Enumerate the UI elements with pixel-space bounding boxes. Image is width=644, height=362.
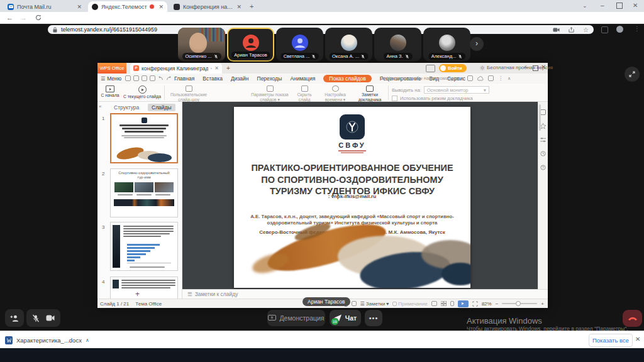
more-options-icon[interactable]: ⋮ xyxy=(498,75,503,81)
custom-slideshow-button[interactable]: Пользовательские слайд-шоу xyxy=(168,85,209,102)
wps-document-tab[interactable]: P конференция Калининград ▫ ✕ xyxy=(130,63,222,74)
outline-tab[interactable]: Структура xyxy=(114,104,139,111)
reload-button[interactable] xyxy=(35,14,42,21)
back-button[interactable]: ← xyxy=(6,14,13,21)
ribbon-tab-home[interactable]: Главная xyxy=(174,75,194,82)
history-icon[interactable] xyxy=(540,151,546,156)
mic-muted-button[interactable] xyxy=(32,314,40,322)
download-expand-icon[interactable]: ∧ xyxy=(86,337,89,343)
slide-canvas[interactable]: СВФУ ПРАКТИКО-ОРИЕНТИРОВАННОЕ ОБУЧЕНИЕ П… xyxy=(234,107,470,288)
more-actions-button[interactable]: ••• xyxy=(365,310,382,326)
wps-minimize-button[interactable]: – xyxy=(524,63,528,70)
show-all-downloads-button[interactable]: Показать все xyxy=(589,334,633,347)
hide-slide-button[interactable]: Скрыть слайд xyxy=(292,85,316,102)
tab-pin-icon[interactable]: ▫ xyxy=(211,66,212,70)
from-beginning-button[interactable]: С начала xyxy=(100,85,120,98)
tab-close-icon[interactable]: ✕ xyxy=(234,4,242,10)
download-item[interactable]: Характеристика_...docx ∧ xyxy=(5,334,89,346)
slide-sorter-icon[interactable] xyxy=(441,301,447,306)
open-icon[interactable] xyxy=(125,75,131,81)
participant-tile[interactable]: Светлана ... xyxy=(276,28,323,62)
window-restore-button[interactable] xyxy=(616,3,623,9)
window-close-button[interactable]: ✕ xyxy=(633,2,638,9)
slide-thumbnail-4[interactable] xyxy=(110,277,178,299)
forward-button[interactable]: → xyxy=(20,14,27,21)
wps-menu-button[interactable]: ☰ Меню xyxy=(101,75,121,82)
next-participants-button[interactable]: › xyxy=(470,37,484,51)
presenter-mode-checkbox[interactable] xyxy=(392,96,397,101)
zoom-percent[interactable]: 82% xyxy=(482,301,492,307)
slide-thumbnail-3[interactable] xyxy=(110,222,178,271)
preview-icon[interactable] xyxy=(150,75,155,81)
slides-tab[interactable]: Слайды xyxy=(148,104,175,111)
wps-new-tab-button[interactable]: + xyxy=(226,65,230,72)
comment-button[interactable]: Примечание xyxy=(392,301,427,307)
slide-thumbnail-1[interactable] xyxy=(110,113,178,163)
share-icon[interactable] xyxy=(569,27,574,33)
redo-icon[interactable] xyxy=(166,75,172,81)
ribbon-tab-transitions[interactable]: Переходы xyxy=(257,75,282,82)
canvas-scrollbar[interactable] xyxy=(539,104,541,131)
help-icon[interactable] xyxy=(540,165,546,170)
camera-button[interactable] xyxy=(46,315,55,321)
ribbon-tab-design[interactable]: Дизайн xyxy=(231,75,249,82)
monitor-select[interactable]: Основной монитор▾ xyxy=(424,86,489,94)
side-panel-icon[interactable] xyxy=(601,26,608,33)
bookmark-star-icon[interactable]: ☆ xyxy=(583,26,589,33)
slide-layout-icon[interactable] xyxy=(540,109,546,115)
tab-conference[interactable]: Конференция научного собра... ✕ xyxy=(170,1,245,12)
theme-name[interactable]: Тема Office xyxy=(135,301,162,307)
wps-restore-button[interactable] xyxy=(533,65,538,71)
document-close-icon[interactable]: ✕ xyxy=(214,65,219,71)
normal-view-icon[interactable] xyxy=(431,301,437,306)
zoom-out-button[interactable]: − xyxy=(496,301,499,307)
layout-switch-icon[interactable] xyxy=(426,65,435,72)
command-search[interactable]: Нажмите, чтобы найти команды xyxy=(380,75,457,81)
hangup-button[interactable] xyxy=(623,310,642,327)
participant-tile-video[interactable]: Осипенко ... xyxy=(178,28,225,62)
slideshow-play-button[interactable] xyxy=(458,300,469,307)
expand-fullscreen-button[interactable] xyxy=(625,67,640,82)
browser-menu-icon[interactable]: ⋮ xyxy=(634,25,640,32)
zoom-slider[interactable] xyxy=(502,303,537,304)
lock-icon[interactable] xyxy=(53,27,57,33)
reading-view-icon[interactable] xyxy=(450,301,454,306)
hide-ribbon-icon[interactable] xyxy=(488,75,494,81)
collapse-panel-icon[interactable]: « xyxy=(99,104,101,109)
wps-close-button[interactable]: ✕ xyxy=(541,63,546,70)
fit-slide-icon[interactable] xyxy=(472,301,478,307)
from-current-slide-button[interactable]: С текущего слайда xyxy=(121,85,163,99)
print-icon[interactable] xyxy=(142,75,147,81)
tab-close-icon[interactable]: ✕ xyxy=(74,4,82,10)
ribbon-tab-slideshow-active[interactable]: Показ слайдов xyxy=(323,75,372,82)
collapse-ribbon-icon[interactable]: ∧ xyxy=(508,76,511,81)
window-minimize-button[interactable]: – xyxy=(601,2,604,9)
camera-in-use-icon[interactable] xyxy=(553,28,560,32)
participant-tile[interactable]: Александ... xyxy=(423,28,470,62)
slide-thumbnail-2[interactable]: Спортивно-оздоровительный тур-изм xyxy=(110,168,178,217)
handout-icon[interactable] xyxy=(352,301,357,306)
participant-tile-active-speaker[interactable]: Ариан Тарасов xyxy=(227,28,274,62)
save-icon[interactable] xyxy=(133,75,139,81)
tab-mail-ru[interactable]: Почта Mail.ru ✕ xyxy=(4,1,86,12)
zoom-in-button[interactable]: + xyxy=(541,301,544,307)
slide-notes-bar[interactable]: ☰ Заметки к слайду xyxy=(182,289,548,299)
properties-icon[interactable] xyxy=(540,137,546,143)
share-screen-button[interactable]: Демонстрация xyxy=(267,310,325,326)
ribbon-tab-insert[interactable]: Вставка xyxy=(203,75,223,82)
tab-search-icon[interactable]: ⌄ xyxy=(582,3,587,9)
wps-brand-button[interactable]: WPS Office xyxy=(97,63,126,74)
speaker-notes-button[interactable]: Заметки докладчика xyxy=(354,85,386,102)
add-slide-button[interactable]: + xyxy=(135,290,140,299)
share-doc-icon[interactable] xyxy=(467,75,473,81)
tab-close-icon[interactable]: ✕ xyxy=(156,4,164,10)
chat-button[interactable]: 19 Чат xyxy=(330,310,361,326)
slideshow-settings-button[interactable]: Параметры показа слайдов ▾ xyxy=(250,85,290,102)
ribbon-tab-animation[interactable]: Анимация xyxy=(290,75,315,82)
profile-avatar[interactable] xyxy=(616,26,623,33)
close-downloads-icon[interactable]: ✕ xyxy=(635,336,640,343)
new-tab-button[interactable]: + xyxy=(250,3,253,10)
effects-icon[interactable] xyxy=(540,123,546,129)
participant-tile[interactable]: Оксана А. ... xyxy=(325,28,372,62)
signin-button[interactable]: Войти xyxy=(439,64,467,72)
